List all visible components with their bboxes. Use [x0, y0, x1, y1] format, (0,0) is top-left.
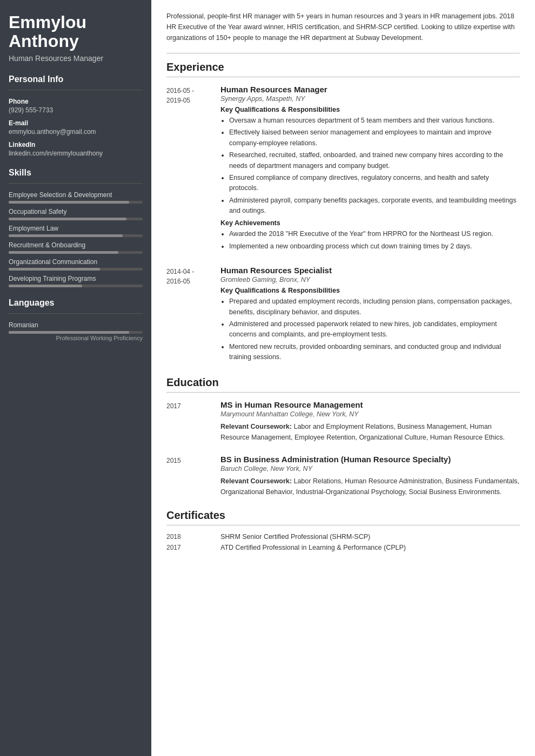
skill-name: Recruitment & Onboarding: [9, 241, 143, 249]
skill-bar-fill: [9, 268, 100, 271]
list-item: Effectively liaised between senior manag…: [229, 127, 520, 148]
degree-title: BS in Business Administration (Human Res…: [220, 455, 520, 464]
job-title: Human Resources Manager: [220, 85, 520, 94]
cert-name: ATD Certified Professional in Learning &…: [220, 544, 406, 551]
email-label: E-mail: [9, 119, 143, 127]
coursework-label: Relevant Coursework:: [220, 477, 292, 485]
qualifications-label: Key Qualifications & Responsibilities: [220, 287, 520, 294]
entry-content: Human Resources Manager Synergy Apps, Ma…: [220, 85, 520, 254]
list-item: Implemented a new onboarding process whi…: [229, 241, 520, 252]
skill-name: Employee Selection & Development: [9, 191, 143, 199]
qualifications-label: Key Qualifications & Responsibilities: [220, 106, 520, 113]
list-item: Oversaw a human resources department of …: [229, 116, 520, 126]
skill-bar-fill: [9, 285, 82, 287]
list-item: Administered and processed paperwork rel…: [229, 319, 520, 340]
entry-date: 2016-05 -2019-05: [166, 85, 220, 254]
certificates-title: Certificates: [166, 509, 520, 522]
candidate-title: Human Resources Manager: [9, 54, 143, 63]
cert-year: 2017: [166, 544, 220, 551]
personal-info-divider: [9, 90, 143, 90]
skill-item: Recruitment & Onboarding: [9, 241, 143, 254]
email-field: E-mail emmylou.anthony@gmail.com: [9, 119, 143, 136]
entry-content: Human Resources Specialist Gromleeb Gami…: [220, 266, 520, 364]
company-name: Gromleeb Gaming, Bronx, NY: [220, 276, 520, 284]
certificate-entry: 2017 ATD Certified Professional in Learn…: [166, 544, 520, 551]
list-item: Researched, recruited, staffed, onboarde…: [229, 150, 520, 171]
sidebar: EmmylouAnthony Human Resources Manager P…: [0, 0, 151, 756]
education-divider: [166, 392, 520, 393]
coursework-text: Relevant Coursework: Labor Relations, Hu…: [220, 476, 520, 497]
list-item: Ensured compliance of company directives…: [229, 173, 520, 194]
skill-name: Employment Law: [9, 225, 143, 232]
certificates-divider: [166, 525, 520, 525]
skill-item: Organizational Communication: [9, 258, 143, 271]
skill-name: Occupational Safety: [9, 208, 143, 215]
skill-name: Developing Training Programs: [9, 275, 143, 282]
language-level: Professional Working Proficiency: [9, 335, 143, 341]
personal-info-title: Personal Info: [9, 75, 143, 84]
school-name: Baruch College, New York, NY: [220, 465, 520, 473]
experience-list: 2016-05 -2019-05 Human Resources Manager…: [166, 85, 520, 364]
skill-bar-bg: [9, 251, 143, 254]
skill-name: Organizational Communication: [9, 258, 143, 266]
languages-list: Romanian Professional Working Proficienc…: [9, 321, 143, 341]
languages-divider: [9, 313, 143, 314]
coursework-text: Relevant Coursework: Labor and Employmen…: [220, 421, 520, 443]
phone-label: Phone: [9, 98, 143, 105]
language-item: Romanian Professional Working Proficienc…: [9, 321, 143, 341]
education-entry: 2017 MS in Human Resource Management Mar…: [166, 400, 520, 443]
cert-name: SHRM Senior Certified Professional (SHRM…: [220, 533, 370, 541]
list-item: Awarded the 2018 "HR Executive of the Ye…: [229, 229, 520, 239]
language-bar-bg: [9, 331, 143, 334]
certificate-entry: 2018 SHRM Senior Certified Professional …: [166, 533, 520, 541]
phone-value: (929) 555-7733: [9, 106, 143, 114]
skill-item: Employee Selection & Development: [9, 191, 143, 204]
skill-bar-bg: [9, 285, 143, 287]
skills-list: Employee Selection & Development Occupat…: [9, 191, 143, 287]
resume-container: EmmylouAnthony Human Resources Manager P…: [0, 0, 535, 756]
summary-divider: [166, 53, 520, 53]
language-bar-fill: [9, 331, 129, 334]
qualifications-list: Prepared and updated employment records,…: [220, 296, 520, 362]
candidate-name: EmmylouAnthony: [9, 13, 143, 51]
skill-item: Occupational Safety: [9, 208, 143, 220]
skill-bar-bg: [9, 268, 143, 271]
experience-divider: [166, 77, 520, 77]
degree-title: MS in Human Resource Management: [220, 400, 520, 409]
skill-item: Developing Training Programs: [9, 275, 143, 287]
skill-bar-fill: [9, 234, 123, 237]
edu-content: BS in Business Administration (Human Res…: [220, 455, 520, 497]
phone-field: Phone (929) 555-7733: [9, 98, 143, 114]
language-name: Romanian: [9, 321, 143, 329]
skill-bar-fill: [9, 251, 118, 254]
edu-year: 2017: [166, 400, 220, 443]
qualifications-list: Oversaw a human resources department of …: [220, 116, 520, 216]
edu-year: 2015: [166, 455, 220, 497]
coursework-label: Relevant Coursework:: [220, 423, 292, 430]
experience-entry: 2016-05 -2019-05 Human Resources Manager…: [166, 85, 520, 254]
languages-title: Languages: [9, 298, 143, 308]
linkedin-field: LinkedIn linkedin.com/in/emmylouanthony: [9, 141, 143, 157]
summary-text: Professional, people-first HR manager wi…: [166, 11, 520, 43]
skill-bar-fill: [9, 201, 129, 204]
skills-divider: [9, 183, 143, 184]
entry-date: 2014-04 -2016-05: [166, 266, 220, 364]
school-name: Marymount Manhattan College, New York, N…: [220, 410, 520, 418]
skill-bar-bg: [9, 234, 143, 237]
edu-content: MS in Human Resource Management Marymoun…: [220, 400, 520, 443]
certificates-list: 2018 SHRM Senior Certified Professional …: [166, 533, 520, 551]
education-list: 2017 MS in Human Resource Management Mar…: [166, 400, 520, 497]
list-item: Prepared and updated employment records,…: [229, 296, 520, 318]
cert-year: 2018: [166, 533, 220, 541]
skill-bar-fill: [9, 218, 126, 220]
linkedin-value: linkedin.com/in/emmylouanthony: [9, 150, 143, 157]
education-title: Education: [166, 376, 520, 389]
skill-bar-bg: [9, 201, 143, 204]
list-item: Administered payroll, company benefits p…: [229, 195, 520, 217]
achievements-list: Awarded the 2018 "HR Executive of the Ye…: [220, 229, 520, 252]
skill-item: Employment Law: [9, 225, 143, 237]
experience-title: Experience: [166, 61, 520, 73]
company-name: Synergy Apps, Maspeth, NY: [220, 95, 520, 103]
list-item: Mentored new recruits, provided onboardi…: [229, 342, 520, 363]
education-entry: 2015 BS in Business Administration (Huma…: [166, 455, 520, 497]
